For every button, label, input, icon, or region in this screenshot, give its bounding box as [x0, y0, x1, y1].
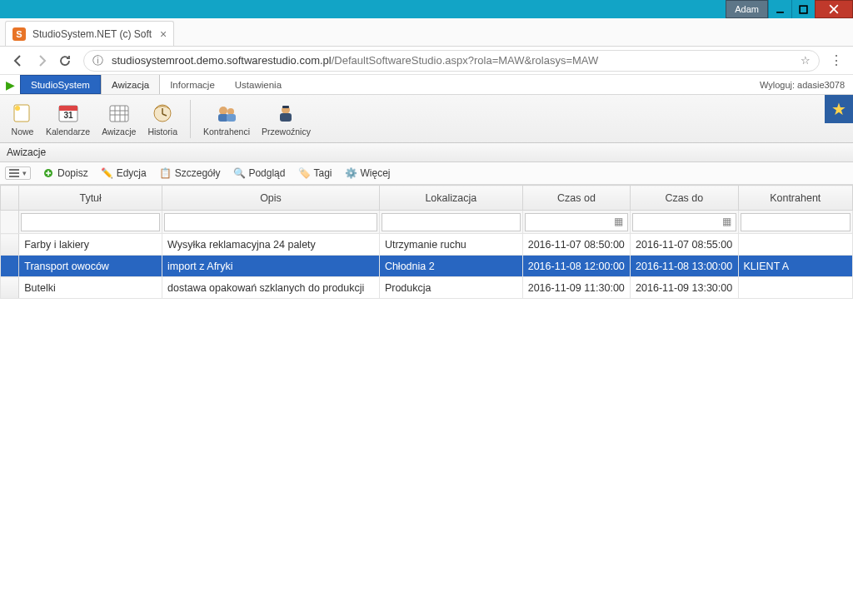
toolbar-szczegoly-button[interactable]: 📋Szczegóły: [153, 164, 227, 182]
browser-tabstrip: S StudioSystem.NET (c) Soft ×: [0, 18, 853, 47]
browser-menu-button[interactable]: ⋮: [826, 52, 846, 68]
ribbon-item-label: Historia: [147, 127, 177, 137]
cell-od: 2016-11-07 08:50:00: [522, 234, 630, 256]
cell-lok: Chłodnia 2: [379, 256, 522, 277]
svg-rect-21: [227, 114, 236, 122]
cell-lok: Utrzymanie ruchu: [379, 234, 522, 256]
svg-rect-24: [282, 106, 289, 108]
plus-icon: [42, 167, 54, 179]
browser-back-button[interactable]: [7, 49, 30, 72]
column-header[interactable]: Lokalizacja: [379, 186, 522, 211]
gear-icon: ⚙️: [345, 167, 357, 179]
cell-opis: dostawa opakowań szklanych do produkcji: [162, 277, 380, 299]
ribbon-przewoznicy-button[interactable]: Przewoźnicy: [256, 102, 317, 137]
filter-input-2[interactable]: [382, 213, 521, 231]
toolbar-edycja-button[interactable]: ✏️Edycja: [95, 164, 153, 182]
cell-do: 2016-11-07 08:55:00: [631, 234, 738, 256]
window-minimize-button[interactable]: [768, 0, 791, 18]
cell-kontr: [738, 234, 853, 256]
svg-rect-9: [110, 106, 128, 122]
favicon-icon: S: [12, 27, 26, 41]
table-row[interactable]: Farby i lakieryWysyłka reklamacyjna 24 p…: [1, 234, 853, 256]
app-tab-ustawienia[interactable]: Ustawienia: [225, 75, 292, 94]
row-handle-filter: [1, 211, 19, 234]
kalendarze-icon: 31: [57, 102, 80, 125]
calendar-icon[interactable]: ▦: [722, 216, 731, 227]
cell-kontr: KLIENT A: [738, 256, 853, 277]
favorites-star-button[interactable]: ★: [825, 95, 853, 123]
kontrahenci-icon: [215, 102, 238, 125]
filter-input-5[interactable]: [741, 213, 851, 231]
filter-input-0[interactable]: [21, 213, 160, 231]
cell-lok: Produkcja: [379, 277, 522, 299]
app-tab-informacje[interactable]: Informacje: [160, 75, 225, 94]
bookmark-star-icon[interactable]: ☆: [801, 54, 811, 67]
window-user: Adam: [726, 0, 768, 18]
cell-kontr: [738, 277, 853, 299]
ribbon-historia-button[interactable]: Historia: [142, 102, 183, 137]
cell-tytul: Farby i lakiery: [19, 234, 162, 256]
table-row[interactable]: Transport owocówimport z AfrykiChłodnia …: [1, 256, 853, 277]
browser-tab[interactable]: S StudioSystem.NET (c) Soft ×: [5, 21, 174, 46]
filter-input-4[interactable]: [632, 213, 736, 231]
svg-point-18: [219, 107, 227, 115]
app-tab-awizacja[interactable]: Awizacja: [101, 75, 160, 94]
calendar-icon[interactable]: ▦: [614, 216, 623, 227]
pencil-icon: ✏️: [102, 167, 113, 179]
toolbar-tagi-button[interactable]: 🏷️Tagi: [292, 164, 338, 182]
przewoznicy-icon: [274, 102, 297, 125]
toolbar-dopisz-button[interactable]: Dopisz: [36, 164, 95, 182]
cell-do: 2016-11-09 13:30:00: [631, 277, 738, 299]
ribbon-item-label: Awizacje: [102, 127, 136, 137]
awizacje-icon: [107, 102, 131, 125]
table-row[interactable]: Butelkidostawa opakowań szklanych do pro…: [1, 277, 853, 299]
column-header[interactable]: Opis: [162, 186, 380, 211]
logout-link[interactable]: Wyloguj: adasie3078: [760, 80, 853, 90]
browser-tab-close-button[interactable]: ×: [160, 27, 167, 41]
ribbon-item-label: Kontrahenci: [203, 127, 250, 137]
filter-input-1[interactable]: [164, 213, 377, 231]
ribbon-awizacje-button[interactable]: Awizacje: [96, 102, 142, 137]
column-header[interactable]: Czas od: [522, 186, 630, 211]
window-close-button[interactable]: [815, 0, 853, 18]
window-titlebar: Adam: [0, 0, 853, 18]
ribbon-item-label: Nowe: [12, 127, 34, 137]
svg-rect-23: [280, 113, 292, 122]
app-brand[interactable]: StudioSystem: [20, 75, 101, 94]
data-grid: TytułOpisLokalizacjaCzas odCzas doKontra…: [0, 185, 853, 616]
browser-tab-title: StudioSystem.NET (c) Soft: [32, 28, 152, 40]
toolbar-menu-button[interactable]: ▾: [5, 166, 31, 180]
cell-od: 2016-11-08 12:00:00: [522, 256, 630, 277]
play-icon[interactable]: ▶: [0, 78, 20, 92]
browser-reload-button[interactable]: [53, 49, 77, 72]
cell-tytul: Butelki: [19, 277, 162, 299]
toolbar-wiecej-button[interactable]: ⚙️Więcej: [338, 164, 397, 182]
row-handle: [1, 256, 19, 277]
cell-tytul: Transport owoców: [19, 256, 162, 277]
grid-toolbar: ▾ Dopisz ✏️Edycja 📋Szczegóły 🔍Podgląd 🏷️…: [0, 162, 853, 185]
toolbar-podglad-button[interactable]: 🔍Podgląd: [227, 164, 292, 182]
ribbon-kalendarze-button[interactable]: 31Kalendarze: [40, 102, 96, 137]
column-header[interactable]: Czas do: [631, 186, 738, 211]
row-handle-header: [1, 186, 19, 211]
url-input[interactable]: ⓘ studiosystemroot.demo.softwarestudio.c…: [83, 50, 820, 72]
ribbon-kontrahenci-button[interactable]: Kontrahenci: [197, 102, 256, 137]
cell-do: 2016-11-08 13:00:00: [631, 256, 738, 277]
column-header[interactable]: Kontrahent: [738, 186, 853, 211]
row-handle: [1, 277, 19, 299]
ribbon-nowe-button[interactable]: Nowe: [5, 102, 40, 137]
svg-point-20: [227, 108, 234, 115]
nowe-icon: [11, 102, 34, 125]
tag-icon: 🏷️: [298, 167, 310, 179]
historia-icon: [151, 102, 174, 125]
filter-input-3[interactable]: [525, 213, 628, 231]
browser-forward-button[interactable]: [30, 49, 53, 72]
search-icon: 🔍: [233, 167, 245, 179]
window-maximize-button[interactable]: [791, 0, 815, 18]
ribbon: Nowe31KalendarzeAwizacjeHistoriaKontrahe…: [0, 95, 853, 143]
site-info-icon[interactable]: ⓘ: [92, 53, 103, 68]
svg-text:31: 31: [63, 111, 73, 120]
svg-rect-1: [800, 6, 807, 13]
column-header[interactable]: Tytuł: [19, 186, 162, 211]
row-handle: [1, 234, 19, 256]
